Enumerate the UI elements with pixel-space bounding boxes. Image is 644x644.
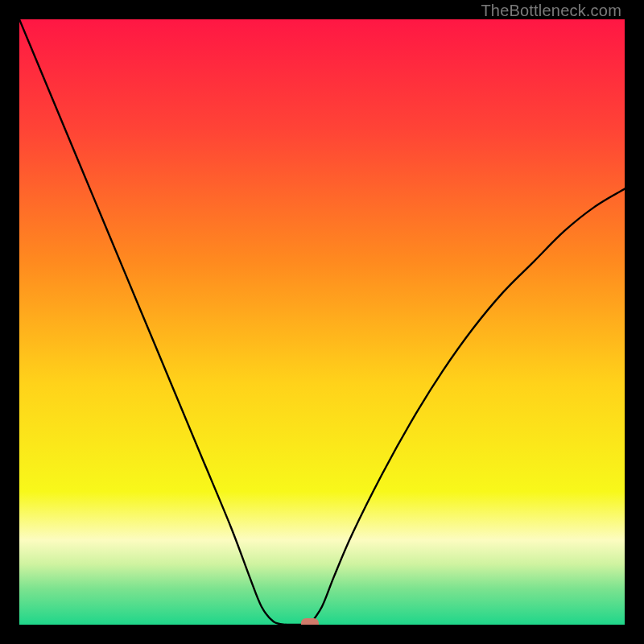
chart-svg	[19, 19, 625, 625]
gradient-background	[19, 19, 625, 625]
chart-plot	[19, 19, 625, 625]
optimum-marker	[301, 618, 319, 625]
outer-frame: TheBottleneck.com	[0, 0, 644, 644]
watermark-label: TheBottleneck.com	[481, 2, 621, 20]
